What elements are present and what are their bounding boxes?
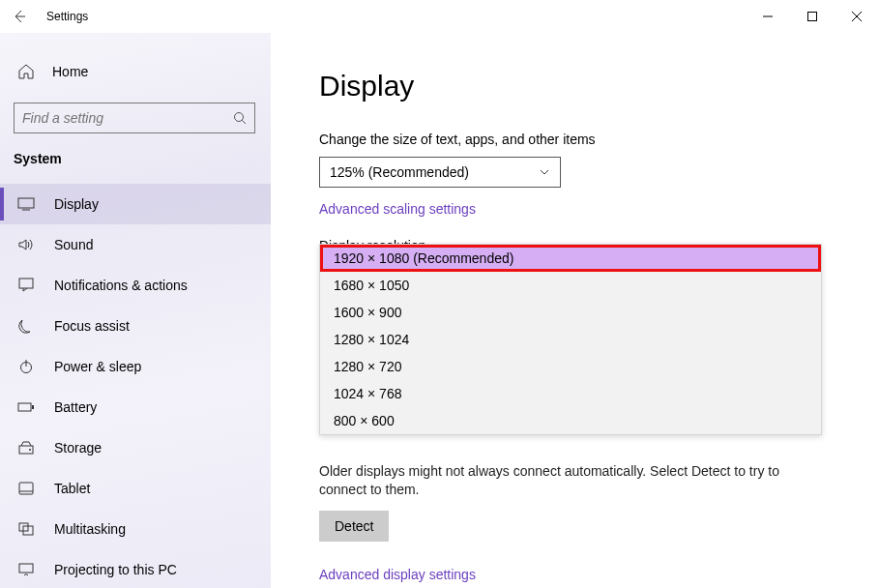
resolution-option-selected[interactable]: 1920 × 1080 (Recommended)	[320, 245, 821, 272]
notifications-icon	[17, 278, 35, 293]
advanced-display-link[interactable]: Advanced display settings	[319, 567, 476, 582]
home-button[interactable]: Home	[0, 54, 271, 89]
page-title: Display	[319, 70, 821, 103]
sound-icon	[17, 238, 35, 251]
svg-rect-2	[808, 13, 817, 21]
sidebar-item-notifications[interactable]: Notifications & actions	[0, 265, 271, 306]
svg-rect-13	[32, 405, 34, 409]
power-icon	[17, 359, 35, 374]
detect-hint-text: Older displays might not always connect …	[319, 462, 821, 499]
search-icon	[233, 111, 247, 125]
svg-rect-7	[18, 198, 34, 208]
arrow-left-icon	[12, 9, 27, 24]
home-label: Home	[52, 64, 88, 79]
maximize-icon	[807, 12, 817, 21]
resolution-option[interactable]: 1280 × 1024	[320, 326, 821, 353]
sidebar-item-multitasking[interactable]: Multitasking	[0, 509, 271, 549]
tablet-icon	[17, 482, 35, 495]
sidebar-item-projecting[interactable]: Projecting to this PC	[0, 549, 271, 588]
detect-button[interactable]: Detect	[319, 511, 389, 542]
sidebar-item-display[interactable]: Display	[0, 184, 271, 224]
multitasking-icon	[17, 522, 35, 536]
sidebar-item-label: Tablet	[54, 481, 90, 496]
svg-point-15	[29, 449, 31, 451]
sidebar-item-label: Battery	[54, 399, 97, 415]
chevron-down-icon	[539, 166, 550, 178]
title-bar: Settings	[0, 0, 879, 33]
sidebar-item-sound[interactable]: Sound	[0, 224, 271, 265]
advanced-scaling-link[interactable]: Advanced scaling settings	[319, 201, 476, 217]
close-button[interactable]	[835, 0, 879, 33]
svg-rect-20	[19, 564, 33, 573]
svg-rect-9	[19, 279, 33, 288]
scale-value: 125% (Recommended)	[330, 164, 469, 180]
sidebar: Home System Display Sound Notifications …	[0, 33, 271, 588]
sidebar-item-battery[interactable]: Battery	[0, 387, 271, 427]
sidebar-item-label: Sound	[54, 237, 93, 252]
sidebar-item-label: Storage	[54, 440, 102, 456]
svg-rect-16	[19, 483, 33, 494]
sidebar-item-storage[interactable]: Storage	[0, 427, 271, 468]
resolution-option[interactable]: 1280 × 720	[320, 353, 821, 380]
focus-assist-icon	[17, 318, 35, 334]
search-input[interactable]	[14, 103, 255, 133]
svg-point-5	[235, 113, 244, 122]
minimize-button[interactable]	[746, 0, 790, 33]
close-icon	[852, 12, 862, 21]
resolution-option[interactable]: 1024 × 768	[320, 380, 821, 407]
resolution-dropdown[interactable]: 1920 × 1080 (Recommended) 1680 × 1050 16…	[319, 244, 822, 435]
back-button[interactable]	[10, 7, 29, 26]
scale-combobox[interactable]: 125% (Recommended)	[319, 157, 561, 188]
search-field[interactable]	[15, 103, 254, 132]
scale-label: Change the size of text, apps, and other…	[319, 132, 821, 147]
section-heading-system: System	[0, 151, 271, 166]
maximize-button[interactable]	[790, 0, 835, 33]
sidebar-item-label: Notifications & actions	[54, 278, 188, 293]
sidebar-item-label: Focus assist	[54, 318, 130, 334]
sidebar-item-label: Projecting to this PC	[54, 562, 177, 577]
resolution-option[interactable]: 1680 × 1050	[320, 272, 821, 299]
sidebar-item-power-sleep[interactable]: Power & sleep	[0, 346, 271, 387]
storage-icon	[17, 441, 35, 455]
content-pane: Display Change the size of text, apps, a…	[271, 33, 879, 588]
resolution-option[interactable]: 800 × 600	[320, 407, 821, 434]
sidebar-item-label: Display	[54, 196, 99, 212]
svg-line-6	[242, 120, 246, 124]
sidebar-item-label: Multitasking	[54, 521, 126, 537]
battery-icon	[17, 401, 35, 413]
sidebar-item-label: Power & sleep	[54, 359, 141, 374]
sidebar-item-focus-assist[interactable]: Focus assist	[0, 306, 271, 346]
sidebar-item-tablet[interactable]: Tablet	[0, 468, 271, 509]
home-icon	[17, 63, 35, 80]
resolution-option[interactable]: 1600 × 900	[320, 299, 821, 326]
svg-rect-12	[18, 403, 31, 411]
minimize-icon	[763, 12, 773, 21]
projecting-icon	[17, 563, 35, 576]
window-title: Settings	[46, 10, 88, 23]
display-icon	[17, 197, 35, 211]
